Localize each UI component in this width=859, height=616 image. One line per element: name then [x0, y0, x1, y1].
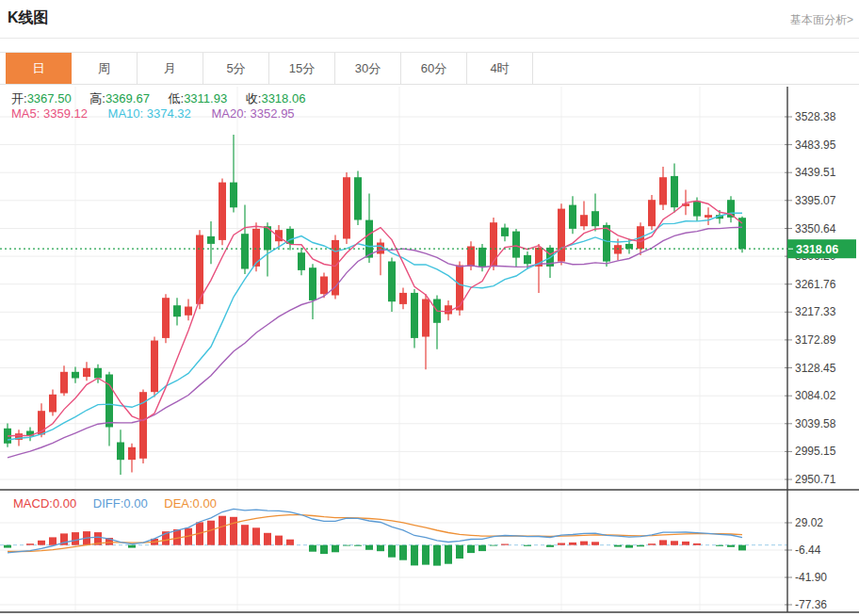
tab-4时[interactable]: 4时: [467, 53, 533, 84]
low-group: 低:3311.93: [169, 91, 228, 105]
tab-周[interactable]: 周: [72, 53, 138, 84]
price-tick-label: 2950.71: [795, 473, 836, 486]
price-tick-label: 3084.02: [795, 389, 836, 402]
low-label: 低:: [169, 91, 185, 105]
low-value: 3311.93: [184, 91, 227, 105]
ma20-line: [8, 227, 742, 458]
price-tick-label: 3128.45: [795, 362, 836, 375]
period-tabs: 日周月5分15分30分60分4时: [6, 53, 533, 84]
macd-value: 0.00: [53, 496, 76, 511]
macd-tick-label: -77.36: [795, 598, 827, 611]
tab-5分[interactable]: 5分: [203, 53, 269, 84]
macd-tick-label: -6.44: [795, 543, 821, 557]
tab-月[interactable]: 月: [138, 53, 203, 84]
ma5-value: 3359.12: [43, 106, 88, 121]
close-group: 收:3318.06: [246, 91, 306, 105]
ma20-label: MA20:: [211, 106, 250, 121]
fundamental-analysis-link[interactable]: 基本面分析>: [790, 12, 853, 28]
ma20-value: 3352.95: [251, 106, 295, 121]
tab-60分[interactable]: 60分: [401, 53, 467, 84]
close-label: 收:: [246, 91, 262, 105]
ma10-value: 3374.32: [147, 106, 191, 121]
period-tab-bar: 日周月5分15分30分60分4时: [0, 52, 859, 85]
ma10-label: MA10:: [108, 106, 147, 121]
macd-tick-label: -41.90: [795, 571, 827, 584]
price-tick-label: 3350.64: [795, 222, 836, 235]
price-tick-label: 2995.15: [795, 445, 836, 458]
macd-label: MACD:: [13, 496, 53, 511]
price-tick-label: 3039.58: [795, 417, 836, 430]
ma-bar: MA5: 3359.12 MA10: 3374.32 MA20: 3352.95: [11, 106, 295, 121]
price-tick-label: 3217.33: [795, 305, 836, 318]
price-tick-label: 3528.38: [795, 110, 836, 123]
ma5-line: [8, 201, 742, 436]
tab-日[interactable]: 日: [6, 53, 72, 84]
price-tick-label: 3439.51: [795, 166, 836, 179]
ohlc-bar: 开:3367.50 高:3369.67 低:3311.93 收:3318.06: [11, 90, 320, 107]
high-value: 3369.67: [105, 91, 150, 105]
price-tick-label: 3172.89: [795, 333, 836, 347]
price-tick-label: 3483.95: [795, 138, 836, 152]
macd-group: MACD:0.00: [13, 496, 76, 511]
price-tick-label: 3395.07: [795, 194, 836, 207]
price-tick-label: 3261.76: [795, 278, 836, 291]
page-header: K线图 基本面分析>: [0, 0, 859, 39]
current-price-badge-label: 3318.06: [796, 243, 838, 256]
diff-group: DIFF:0.00: [93, 496, 148, 511]
diff-value: 0.00: [123, 496, 147, 511]
page-title: K线图: [8, 8, 49, 28]
current-price-badge: 3318.06: [787, 239, 856, 258]
diff-label: DIFF:: [93, 496, 124, 511]
dea-value: 0.00: [193, 496, 217, 511]
close-value: 3318.06: [261, 91, 305, 105]
dea-label: DEA:: [164, 496, 192, 511]
open-value: 3367.50: [27, 91, 72, 105]
high-label: 高:: [89, 91, 105, 105]
ma5-group: MA5: 3359.12: [11, 106, 88, 121]
kline-page: 3528.383483.953439.513395.073350.643306.…: [0, 0, 859, 616]
open-group: 开:3367.50: [11, 91, 72, 105]
tab-30分[interactable]: 30分: [335, 53, 401, 84]
axis-frame: [0, 87, 859, 612]
high-group: 高:3369.67: [89, 91, 150, 105]
ma20-group: MA20: 3352.95: [211, 106, 294, 121]
dea-group: DEA:0.00: [164, 496, 217, 511]
tab-15分[interactable]: 15分: [269, 53, 335, 84]
ma5-label: MA5:: [11, 106, 43, 121]
ma10-group: MA10: 3374.32: [108, 106, 191, 121]
open-label: 开:: [11, 91, 27, 105]
macd-tick-label: 29.02: [795, 516, 823, 529]
macd-indicator-bar: MACD:0.00 DIFF:0.00 DEA:0.00: [13, 496, 217, 511]
